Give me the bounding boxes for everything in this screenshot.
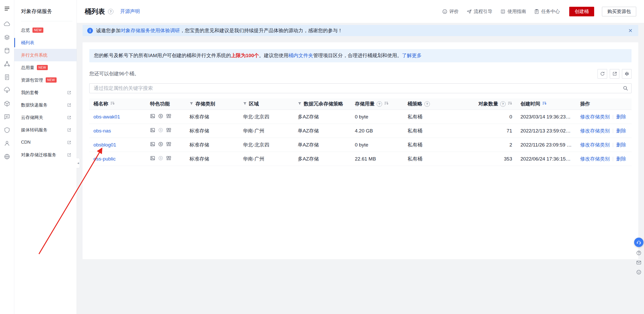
quota-notice: 您的帐号及帐号下的所有IAM用户可创建的桶和并行文件系统的上限为100个。建议您… <box>89 49 632 62</box>
feedback-button[interactable]: 评价 <box>442 8 459 15</box>
delete-link[interactable]: 删除 <box>616 156 626 162</box>
user-icon[interactable] <box>3 139 11 148</box>
fragment-icon[interactable] <box>166 128 171 134</box>
open-source-link[interactable]: 开源声明 <box>120 8 140 15</box>
sidebar-item-cdn[interactable]: CDN <box>14 136 77 149</box>
filter-icon[interactable] <box>189 101 193 107</box>
help-icon[interactable]: ? <box>500 101 506 107</box>
delete-link[interactable]: 删除 <box>616 114 626 119</box>
document-icon[interactable] <box>3 73 11 82</box>
external-link-icon <box>67 103 71 107</box>
database-icon[interactable] <box>3 46 11 55</box>
buy-resource-package-button[interactable]: 购买资源包 <box>602 7 636 16</box>
image-style-icon[interactable] <box>150 113 155 120</box>
info-icon: i <box>87 28 93 34</box>
fragment-icon[interactable] <box>166 156 171 162</box>
image-style-icon[interactable] <box>150 142 155 148</box>
image-style-icon[interactable] <box>150 128 155 134</box>
help-icon[interactable]: ? <box>377 101 382 107</box>
sidebar-item-oms-migration[interactable]: 对象存储迁移服务 <box>14 149 77 161</box>
user-guide-button[interactable]: 使用指南 <box>500 8 526 15</box>
col-features: 特色功能 <box>150 101 170 107</box>
static-website-icon[interactable]: S <box>158 113 163 120</box>
svg-text:S: S <box>160 129 162 132</box>
cloud-server-icon[interactable] <box>3 20 11 29</box>
static-website-icon[interactable]: S <box>158 128 163 134</box>
sidebar-item-total-usage[interactable]: 总用量 NEW <box>14 61 77 74</box>
delete-link[interactable]: 删除 <box>616 128 626 133</box>
feedback-mail-icon[interactable] <box>635 259 642 266</box>
static-website-icon[interactable]: S <box>158 142 163 148</box>
sort-icon[interactable] <box>508 101 512 107</box>
search-icon[interactable] <box>619 84 631 93</box>
image-style-icon[interactable] <box>150 156 155 162</box>
gear-icon <box>624 71 629 76</box>
sidebar-item-resource-packages[interactable]: 资源包管理 NEW <box>14 74 77 86</box>
folder-link[interactable]: 桶内文件夹 <box>288 53 313 58</box>
bucket-link[interactable]: obs-nas <box>93 128 111 133</box>
package-icon[interactable] <box>3 99 11 108</box>
sidebar-item-storage-gateway[interactable]: 云存储网关 <box>14 111 77 124</box>
survey-banner: i 诚邀您参加对象存储服务使用体验调研，您宝贵的意见和建议是我们持续提升产品体验… <box>83 25 638 36</box>
modify-storage-class-link[interactable]: 修改存储类别 <box>580 114 610 119</box>
limit-text: 上限为100个 <box>231 53 259 58</box>
new-badge: NEW <box>37 65 48 70</box>
clipboard-icon <box>534 9 539 14</box>
help-icon[interactable]: ? <box>108 9 113 14</box>
modify-storage-class-link[interactable]: 修改存储类别 <box>580 156 610 162</box>
help-icon[interactable] <box>635 249 642 257</box>
quota-row: 您还可以创建96个桶。 <box>89 69 632 79</box>
sort-icon-active[interactable] <box>542 101 547 107</box>
sidebar-collapse-handle[interactable]: ◀ <box>77 158 80 168</box>
layers-icon[interactable] <box>3 33 11 42</box>
filter-icon[interactable] <box>243 101 247 107</box>
learn-more-link[interactable]: 了解更多 <box>402 53 422 58</box>
sidebar-nav: 总览 NEW 桶列表 并行文件系统 总用量 NEW 资源包管理 NEW 我的套餐 <box>14 24 77 161</box>
task-center-button[interactable]: 任务中心 <box>534 8 560 15</box>
col-policy: 桶策略 <box>408 101 422 107</box>
filter-icon[interactable] <box>298 101 302 107</box>
bucket-link[interactable]: oss-public <box>93 156 116 162</box>
create-bucket-button[interactable]: 创建桶 <box>569 7 594 16</box>
close-icon[interactable]: ✕ <box>627 26 634 35</box>
survey-link[interactable]: 对象存储服务使用体验调研 <box>121 28 180 33</box>
bucket-link[interactable]: obs-awak01 <box>93 114 120 119</box>
external-link-icon <box>67 140 71 145</box>
bucket-table: 桶名称 特色功能 存储类别 区域 数据冗余存储策略 存储用量? 桶策略? 对象数… <box>89 98 632 166</box>
divider <box>21 21 72 21</box>
globe-icon[interactable] <box>3 152 11 161</box>
sort-icon[interactable] <box>110 101 115 107</box>
chat-icon[interactable] <box>3 112 11 121</box>
bucket-link[interactable]: obsblog01 <box>93 142 116 148</box>
menu-icon[interactable] <box>3 4 11 13</box>
help-icon[interactable]: ? <box>424 101 430 107</box>
rail-service-icons <box>3 20 11 161</box>
flow-guide-button[interactable]: 流程引导 <box>466 8 492 15</box>
sidebar-item-media-transcoding[interactable]: 媒体转码服务 <box>14 124 77 136</box>
sidebar-item-overview[interactable]: 总览 NEW <box>14 24 77 36</box>
delete-link[interactable]: 删除 <box>616 142 626 148</box>
sidebar-item-parallel-file-system[interactable]: 并行文件系统 <box>14 49 77 61</box>
main-content: 桶列表 ? 开源声明 评价 流程引导 使用指南 任务中心 <box>77 0 644 314</box>
refresh-button[interactable] <box>598 69 607 79</box>
support-robot-icon[interactable] <box>634 238 643 247</box>
sidebar-item-my-plan[interactable]: 我的套餐 <box>14 86 77 99</box>
satisfaction-icon[interactable] <box>635 269 642 276</box>
static-website-icon[interactable]: S <box>158 156 163 162</box>
export-button[interactable] <box>610 69 619 79</box>
sidebar-item-bucket-list[interactable]: 桶列表 <box>14 36 77 49</box>
fragment-icon[interactable] <box>166 113 171 120</box>
sidebar-item-data-express[interactable]: 数据快递服务 <box>14 99 77 111</box>
cluster-icon[interactable] <box>3 59 11 68</box>
search-input[interactable] <box>90 85 619 91</box>
sort-icon[interactable] <box>384 101 389 107</box>
cloud-sync-icon[interactable] <box>3 86 11 95</box>
shield-icon[interactable] <box>3 126 11 135</box>
modify-storage-class-link[interactable]: 修改存储类别 <box>580 128 610 133</box>
settings-button[interactable] <box>622 69 632 79</box>
modify-storage-class-link[interactable]: 修改存储类别 <box>580 142 610 148</box>
col-created: 创建时间 <box>520 101 540 107</box>
table-row: obs-nas S 标准存储 华南-广州 单AZ存储 4.20 GB 私有桶 7… <box>89 124 632 138</box>
fragment-icon[interactable] <box>166 142 171 148</box>
svg-text:S: S <box>160 157 162 160</box>
